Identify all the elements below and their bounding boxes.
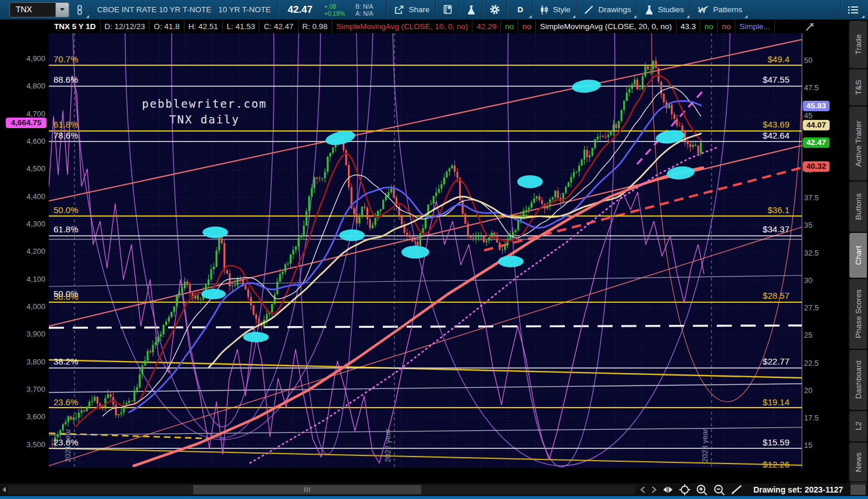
sidebar-tab-phase-scores[interactable]: Phase Scores [849, 279, 867, 349]
settings-button[interactable] [482, 0, 507, 19]
sidebar-tab-chart[interactable]: Chart [849, 233, 867, 278]
patterns-label: Patterns [713, 5, 742, 14]
analyze-button[interactable] [460, 0, 482, 19]
sma20-label: SimpleMovingAvg (CLOSE, 20, 0, no) [536, 20, 676, 33]
style-button[interactable]: Style [533, 0, 577, 19]
patterns-icon [698, 5, 709, 15]
ohlc-field: L: 41.53 [223, 20, 260, 33]
scroll-corner [851, 484, 866, 495]
scrollbar-track[interactable] [8, 485, 635, 494]
time-axis[interactable]: 22MarAprMayJunJulAugSepOctDec23MarAprMay… [0, 468, 848, 483]
share-label: Share [408, 5, 429, 14]
thinkorswim-window: { "toolbar": { "symbol": "TNX", "descrip… [0, 0, 868, 499]
chevron-icon [745, 15, 748, 18]
right-axis-tick: 17.5 [804, 413, 819, 422]
flask-icon [467, 5, 476, 15]
right-axis-tick: 15 [804, 441, 812, 450]
drawing-set-label[interactable]: Drawing set: 2023-1127 [753, 485, 843, 494]
chevron-icon [862, 15, 865, 18]
left-axis-tick: 3,800 [0, 358, 45, 366]
pan-crosshair-icon[interactable] [679, 484, 691, 496]
timeframe-button[interactable]: D [507, 0, 533, 19]
svg-text:i: i [449, 6, 450, 9]
sidebar-tab-news[interactable]: News [849, 443, 867, 482]
scrollbar-thumb[interactable] [193, 485, 421, 494]
link-symbol-button[interactable] [69, 0, 90, 19]
symbol-description: CBOE INT RATE 10 YR T-NOTE [90, 5, 218, 14]
timeframe-label: D [518, 5, 524, 14]
chevron-icon [529, 15, 532, 18]
report-button[interactable]: i [436, 0, 460, 19]
sidebar-tab-buttons[interactable]: Buttons [849, 182, 867, 232]
step-left-icon[interactable] [640, 486, 646, 493]
right-axis-tick: 47.5 [804, 83, 819, 92]
left-axis-tick: 3,500 [0, 440, 45, 449]
sma10-flag: no [518, 20, 536, 33]
chevron-icon [686, 15, 689, 18]
scroll-left-arrow[interactable] [2, 487, 6, 493]
chart-menu-button[interactable] [841, 0, 866, 19]
last-price: 42.47 [278, 0, 320, 19]
left-axis-tick: 3,700 [0, 385, 45, 394]
left-axis-tick: 4,300 [0, 220, 45, 228]
ohlc-field: R: 0.98 [298, 20, 333, 33]
symbol-dropdown-arrow[interactable] [55, 3, 69, 17]
right-axis-tick: 22.5 [804, 359, 819, 367]
share-icon [394, 5, 404, 15]
symbol-input[interactable]: TNX [9, 2, 69, 17]
left-axis-tick: 4,800 [0, 82, 45, 90]
patterns-button[interactable]: Patterns [691, 0, 749, 19]
chevron-icon [572, 15, 575, 18]
symbol-subtitle: 10 YR T-NOTE [218, 5, 278, 14]
sidebar-tab-label: Active Trader [854, 121, 863, 167]
bid-ask: B: N/A A: N/A [350, 3, 379, 17]
sidebar-tab-label: Buttons [854, 193, 863, 220]
style-label: Style [553, 5, 570, 14]
chevron-icon [86, 15, 89, 18]
share-button[interactable]: Share [387, 0, 436, 19]
sma10-flag: no [501, 20, 518, 33]
price-change: +.08 +0.19% [319, 3, 350, 17]
left-axis-tick: 4,100 [0, 275, 45, 284]
bid-value: B: N/A [355, 3, 373, 10]
left-axis-tick: 4,400 [0, 192, 45, 201]
fit-width-icon[interactable] [662, 486, 674, 494]
draw-line-icon[interactable] [731, 484, 742, 495]
step-right-icon[interactable] [651, 486, 657, 493]
grip-icon [304, 487, 305, 492]
link-icon [76, 5, 84, 15]
window-bottom-edge [0, 496, 868, 499]
price-chart-canvas[interactable] [49, 33, 802, 468]
sidebar-tab-t-s[interactable]: T&S [849, 69, 867, 105]
sidebar-tab-l2[interactable]: L2 [849, 411, 867, 441]
drawings-button[interactable]: Drawings [577, 0, 637, 19]
sidebar-tab-active-trader[interactable]: Active Trader [849, 107, 867, 181]
right-axis-tick: 45 [804, 111, 812, 120]
report-icon: i [443, 5, 453, 15]
flask-icon [645, 5, 654, 15]
left-axis-tick: 4,700 [0, 109, 45, 118]
gear-icon [489, 4, 500, 15]
ohlc-field: H: 42.51 [184, 20, 223, 33]
ohlc-field: D: 12/12/23 [101, 20, 150, 33]
right-axis-tick: 25 [804, 331, 812, 339]
symbol-value[interactable]: TNX [10, 3, 55, 17]
zoom-out-icon[interactable] [713, 484, 725, 496]
right-axis-tick: 20 [804, 386, 812, 395]
zoom-in-icon[interactable] [696, 484, 708, 496]
studies-button[interactable]: Studies [638, 0, 691, 19]
ask-value: A: N/A [355, 10, 373, 17]
right-axis-tick: 40 [804, 166, 812, 175]
ohlc-field: C: 42.47 [259, 20, 298, 33]
chart-tools-icon[interactable] [805, 22, 815, 34]
more-studies: Simple... [735, 20, 775, 33]
change-percent: +0.19% [324, 10, 345, 17]
chart-title: TNX 5 Y 1D [50, 20, 101, 33]
sidebar-tab-label: Chart [854, 246, 863, 265]
sidebar-tab-dashboard[interactable]: Dashboard [849, 350, 867, 410]
chart-status-row: TNX 5 Y 1DD: 12/12/23O: 41.8H: 42.51L: 4… [50, 20, 775, 33]
sidebar-tab-trade[interactable]: Trade [849, 21, 867, 68]
right-gadget-tabs: TradeT&SActive TraderButtonsChartPhase S… [848, 19, 868, 484]
grip-icon [309, 487, 310, 492]
grip-icon [307, 487, 308, 492]
